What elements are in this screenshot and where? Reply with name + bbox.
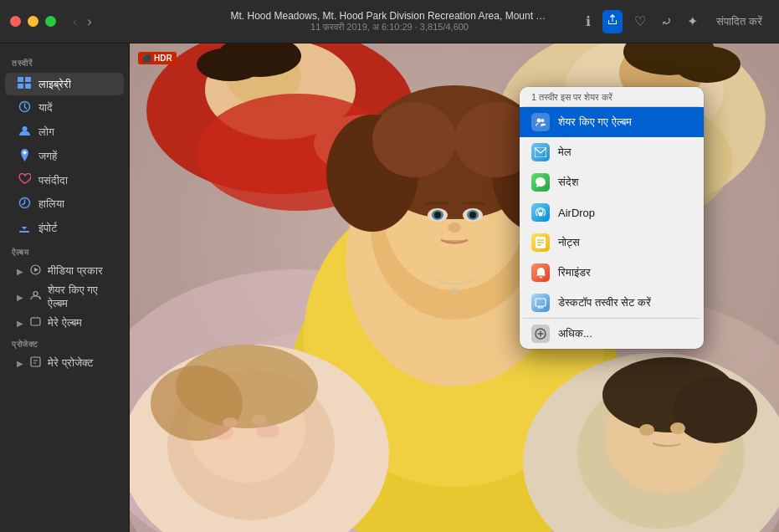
- svg-point-46: [434, 212, 441, 218]
- sidebar-item-recent[interactable]: हालिया: [5, 192, 124, 216]
- share-icon[interactable]: [602, 10, 623, 33]
- my-album-icon: [30, 316, 41, 330]
- expand-icon-media: ▶: [17, 267, 23, 276]
- toolbar-right: ℹ ♡ ⤾ ✦ संपादित करें: [582, 10, 769, 33]
- favorites-label: पसंदीदा: [38, 174, 68, 187]
- svg-point-67: [541, 119, 545, 122]
- notes-share-label: नोट्स: [558, 236, 580, 249]
- info-icon[interactable]: ℹ: [582, 10, 594, 33]
- sidebar-item-shared-album[interactable]: ▶ शेयर किए गए ऐल्बम: [5, 281, 124, 313]
- forward-button[interactable]: ›: [84, 13, 95, 31]
- favorite-icon[interactable]: ♡: [631, 10, 649, 33]
- edit-button[interactable]: संपादित करें: [710, 12, 769, 32]
- share-item-shared-album[interactable]: शेयर किए गए ऐल्बम: [520, 107, 704, 137]
- svg-point-58: [256, 423, 279, 438]
- people-icon: [17, 125, 32, 140]
- hdr-badge: ⬛ HDR: [138, 52, 177, 64]
- back-button[interactable]: ‹: [69, 13, 80, 31]
- sidebar-item-import[interactable]: इंपोर्ट: [5, 217, 124, 240]
- favorites-icon: [17, 173, 32, 187]
- reminder-share-label: रिमाइंडर: [558, 266, 591, 279]
- minimize-button[interactable]: [28, 16, 38, 27]
- more-share-icon: [531, 325, 550, 343]
- media-type-label: मीडिया प्रकार: [48, 264, 103, 278]
- share-item-set-desktop[interactable]: डेस्कटॉप तस्वीर सेट करें: [520, 288, 704, 318]
- svg-point-22: [197, 48, 264, 81]
- photo-subtitle: 11 फ़रवरी 2019, अ 6:10:29 · 3,815/4,600: [231, 22, 549, 33]
- rotate-icon[interactable]: ⤾: [658, 10, 675, 33]
- svg-point-48: [448, 223, 461, 233]
- sidebar-section-album: ऐल्बम: [0, 241, 129, 261]
- share-item-airdrop[interactable]: AirDrop: [520, 197, 704, 228]
- svg-point-6: [23, 151, 26, 155]
- reminder-share-icon: [531, 263, 550, 282]
- airdrop-share-label: AirDrop: [558, 207, 595, 219]
- import-label: इंपोर्ट: [38, 222, 57, 235]
- share-item-messages[interactable]: संदेश: [520, 167, 704, 197]
- svg-rect-71: [536, 299, 546, 306]
- svg-point-56: [252, 415, 267, 425]
- my-project-label: मेरे प्रोजेक्ट: [48, 356, 93, 370]
- photo-area: ⬛ HDR 1 तस्वीर इस पर शेयर करें शेयर किए …: [130, 43, 779, 532]
- hdr-label: HDR: [154, 54, 172, 63]
- messages-share-label: संदेश: [558, 176, 578, 189]
- nav-arrows: ‹ ›: [69, 13, 95, 31]
- share-popup: 1 तस्वीर इस पर शेयर करें शेयर किए गए ऐल्…: [520, 87, 704, 349]
- svg-rect-13: [31, 357, 40, 366]
- shared-album-label: शेयर किए गए ऐल्बम: [48, 284, 112, 310]
- sidebar-item-favorites[interactable]: पसंदीदा: [5, 169, 124, 192]
- svg-point-47: [469, 212, 476, 218]
- sidebar-item-media-type[interactable]: ▶ मीडिया प्रकार: [5, 262, 124, 280]
- sidebar-item-memories[interactable]: यादें: [5, 96, 124, 120]
- airdrop-share-icon: [531, 203, 550, 222]
- share-item-notes[interactable]: नोट्स: [520, 228, 704, 258]
- sidebar-item-people[interactable]: लोग: [5, 120, 124, 144]
- hdr-icon: ⬛: [142, 54, 151, 63]
- svg-point-11: [33, 292, 38, 296]
- share-item-reminder[interactable]: रिमाइंडर: [520, 258, 704, 288]
- window-controls: [10, 16, 56, 27]
- svg-rect-8: [19, 231, 29, 233]
- recent-icon: [17, 197, 32, 212]
- shared-album-share-icon: [531, 113, 550, 131]
- sidebar-item-places[interactable]: जगहें: [5, 145, 124, 168]
- more-tools-icon[interactable]: ✦: [684, 10, 701, 33]
- svg-rect-12: [31, 318, 40, 325]
- popup-tip: 1 तस्वीर इस पर शेयर करें: [520, 87, 704, 106]
- more-share-label: अधिक...: [558, 327, 592, 340]
- sidebar-section-project: प्रोजेक्ट: [0, 333, 129, 353]
- svg-rect-0: [18, 77, 23, 82]
- library-icon: [17, 77, 32, 91]
- svg-rect-2: [18, 84, 23, 89]
- svg-rect-1: [25, 77, 31, 82]
- shared-album-icon: [30, 290, 41, 304]
- svg-point-49: [451, 288, 458, 294]
- svg-point-5: [22, 126, 27, 131]
- svg-point-40: [372, 102, 456, 177]
- svg-point-57: [210, 425, 233, 440]
- shared-album-share-label: शेयर किए गए ऐल्बम: [558, 115, 632, 129]
- photo-title: Mt. Hood Meadows, Mt. Hood Park Division…: [231, 10, 549, 22]
- memories-label: यादें: [38, 101, 53, 115]
- people-label: लोग: [38, 125, 54, 139]
- recent-label: हालिया: [38, 197, 64, 211]
- svg-point-63: [674, 376, 757, 443]
- share-item-more[interactable]: अधिक...: [520, 319, 704, 349]
- sidebar: तस्वीरें लाइब्रेरी यादें लोग जगहें: [0, 43, 130, 532]
- media-type-icon: [30, 264, 41, 278]
- svg-point-64: [639, 424, 654, 436]
- desktop-share-label: डेस्कटॉप तस्वीर सेट करें: [558, 296, 651, 309]
- places-icon: [17, 149, 32, 164]
- mail-share-label: मेल: [558, 146, 571, 159]
- sidebar-item-library[interactable]: लाइब्रेरी: [5, 73, 124, 95]
- notes-share-icon: [531, 233, 550, 252]
- svg-rect-68: [535, 147, 546, 157]
- maximize-button[interactable]: [45, 16, 56, 27]
- sidebar-item-my-project[interactable]: ▶ मेरे प्रोजेक्ट: [5, 354, 124, 372]
- share-item-mail[interactable]: मेल: [520, 137, 704, 167]
- svg-point-30: [674, 46, 741, 83]
- close-button[interactable]: [10, 16, 21, 27]
- sidebar-item-my-album[interactable]: ▶ मेरे ऐल्बम: [5, 314, 124, 332]
- svg-rect-3: [25, 84, 31, 89]
- svg-point-69: [539, 212, 543, 217]
